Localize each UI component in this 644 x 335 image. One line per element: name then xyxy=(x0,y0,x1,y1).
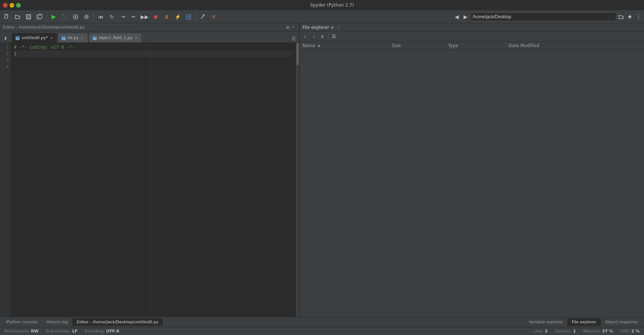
titlebar: Spyder (Python 2.7) xyxy=(0,0,644,10)
step-over-button[interactable]: ⇥ xyxy=(118,12,128,22)
code-editor[interactable]: 1 2 3 4 # -*- coding: utf-8 -*- | xyxy=(0,42,299,317)
line-value: 2 xyxy=(545,329,548,334)
tab-object-field[interactable]: py object_field_1.py × xyxy=(89,33,142,42)
column-label: Column: xyxy=(555,329,572,334)
tab-variable-explorer[interactable]: Variable explorer xyxy=(525,318,567,326)
col-name[interactable]: Name ▼ xyxy=(300,42,389,50)
save-file-button[interactable] xyxy=(23,12,34,22)
tab-object-inspector[interactable]: Object inspector xyxy=(601,318,643,326)
tab-lib[interactable]: py lib.py × xyxy=(58,33,88,42)
bookmark-button[interactable]: ★ xyxy=(626,13,634,21)
close-button[interactable] xyxy=(3,3,8,8)
column-item: Column: 1 xyxy=(555,329,576,334)
tab-history-log[interactable]: History log xyxy=(42,318,72,326)
svg-text:py: py xyxy=(16,37,20,40)
tab-menu-button[interactable]: ☰ xyxy=(290,34,298,42)
menu-button[interactable]: ⋮ xyxy=(635,13,643,21)
tab-editor-path[interactable]: Editor - /home/jack/Desktop/untitled0.py xyxy=(72,318,163,326)
svg-rect-0 xyxy=(5,14,8,18)
encoding-label: Encoding: xyxy=(85,329,104,334)
nav-forward-button[interactable]: ▶ xyxy=(461,13,469,21)
tab-lib-close[interactable]: × xyxy=(80,36,84,40)
fe-options-button[interactable]: ☰ xyxy=(330,33,338,41)
fe-up-button[interactable]: ∧ xyxy=(319,33,327,41)
nav-back-button[interactable]: ◀ xyxy=(453,13,461,21)
scrollbar-thumb[interactable] xyxy=(296,43,299,65)
editor-path: Editor - /home/jack/Desktop/untitled0.py xyxy=(3,25,85,30)
line-num-2: 2 xyxy=(6,50,9,57)
fe-separator xyxy=(328,33,328,40)
tab-file-explorer-bottom[interactable]: File explorer xyxy=(567,318,601,326)
step-button[interactable]: ↻ xyxy=(107,12,117,22)
bottom-area: IPython console History log Editor - /ho… xyxy=(0,317,644,335)
file-explorer-panel-header: File explorer ▣ × xyxy=(300,23,644,31)
line-numbers: 1 2 3 4 xyxy=(0,42,11,317)
tab-untitled0-label: untitled0.py* xyxy=(22,35,48,40)
window-controls xyxy=(3,3,21,8)
step-out-button[interactable]: ⇤ xyxy=(129,12,139,22)
code-content[interactable]: # -*- coding: utf-8 -*- | xyxy=(11,42,296,317)
fe-forward-button[interactable]: › xyxy=(310,33,318,41)
tab-object-field-close[interactable]: × xyxy=(134,36,138,40)
close-tab-button[interactable] xyxy=(209,12,219,22)
eol-item: End-of-lines: LF xyxy=(46,329,77,334)
permissions-value: RW xyxy=(31,329,39,334)
code-line-2: | xyxy=(14,50,293,57)
editor-close-button[interactable]: × xyxy=(290,24,296,30)
save-all-button[interactable] xyxy=(34,12,45,22)
svg-rect-3 xyxy=(27,17,30,19)
browse-button[interactable] xyxy=(617,13,625,21)
svg-text:py: py xyxy=(62,37,66,40)
address-bar xyxy=(470,12,616,21)
tab-object-field-label: object_field_1.py xyxy=(99,35,133,40)
tools-button[interactable] xyxy=(198,12,208,22)
panel-controls: ▣ × xyxy=(329,24,342,30)
bottom-tab-bar: IPython console History log Editor - /ho… xyxy=(0,317,644,327)
svg-text:py: py xyxy=(93,37,97,40)
fe-back-button[interactable]: ‹ xyxy=(301,33,309,41)
tab-untitled0[interactable]: py untitled0.py* × xyxy=(12,33,57,42)
execute-button[interactable]: ⚡ xyxy=(172,12,183,22)
main-window: Spyder (Python 2.7) ▶ ⬛ ⏮ ↻ ⇥ ⇤ ▶▶ ⏹ xyxy=(0,0,644,335)
debug-button[interactable]: ⬛ xyxy=(60,12,70,22)
continue-button[interactable]: ▶▶ xyxy=(140,12,150,22)
line-item: Line: 2 xyxy=(534,329,548,334)
panel-undock-button[interactable]: ▣ xyxy=(329,24,335,30)
encoding-value: UTF-8 xyxy=(106,329,119,334)
maximize-button[interactable] xyxy=(16,3,21,8)
import-button[interactable] xyxy=(183,12,194,22)
editor-undock-button[interactable]: ▣ xyxy=(285,24,290,30)
step-into-button[interactable]: ⏮ xyxy=(96,12,106,22)
panel-close-button[interactable]: × xyxy=(336,24,342,30)
open-file-button[interactable] xyxy=(12,12,23,22)
col-date-modified[interactable]: Date Modified xyxy=(506,42,644,50)
window-title: Spyder (Python 2.7) xyxy=(23,3,641,8)
line-num-3: 3 xyxy=(6,57,9,64)
col-type[interactable]: Type xyxy=(445,42,506,50)
new-file-button[interactable] xyxy=(1,12,12,22)
profile-button[interactable] xyxy=(71,12,81,22)
editor-tab-bar: py untitled0.py* × py lib.py × py xyxy=(0,31,299,42)
line-label: Line: xyxy=(534,329,544,334)
encoding-item: Encoding: UTF-8 xyxy=(85,329,119,334)
run-button[interactable]: ▶ xyxy=(49,12,59,22)
editor-pane: Editor - /home/jack/Desktop/untitled0.py… xyxy=(0,23,300,317)
stop-button[interactable]: ⏹ xyxy=(150,12,161,22)
svg-point-8 xyxy=(75,16,76,18)
file-explorer-toolbar: ‹ › ∧ ☰ xyxy=(300,31,644,42)
statusbar: Permissions: RW End-of-lines: LF Encodin… xyxy=(0,327,644,335)
tab-ipython-console[interactable]: IPython console xyxy=(1,318,42,326)
settings-button[interactable] xyxy=(81,12,92,22)
right-pane: File explorer ▣ × ‹ › ∧ ☰ xyxy=(300,23,644,317)
memory-label: Memory: xyxy=(583,329,601,334)
interrupt-button[interactable]: ⏸ xyxy=(161,12,172,22)
minimize-button[interactable] xyxy=(9,3,14,8)
file-table-header: Name ▼ Size Type Date Modified xyxy=(300,42,644,50)
col-size[interactable]: Size xyxy=(389,42,445,50)
python-file-icon: py xyxy=(15,35,20,41)
address-input[interactable] xyxy=(473,14,614,19)
editor-scrollbar[interactable] xyxy=(296,42,299,317)
eol-value: LF xyxy=(72,329,78,334)
tab-untitled0-close[interactable]: × xyxy=(49,36,54,40)
tab-scroll-left[interactable] xyxy=(1,34,9,42)
